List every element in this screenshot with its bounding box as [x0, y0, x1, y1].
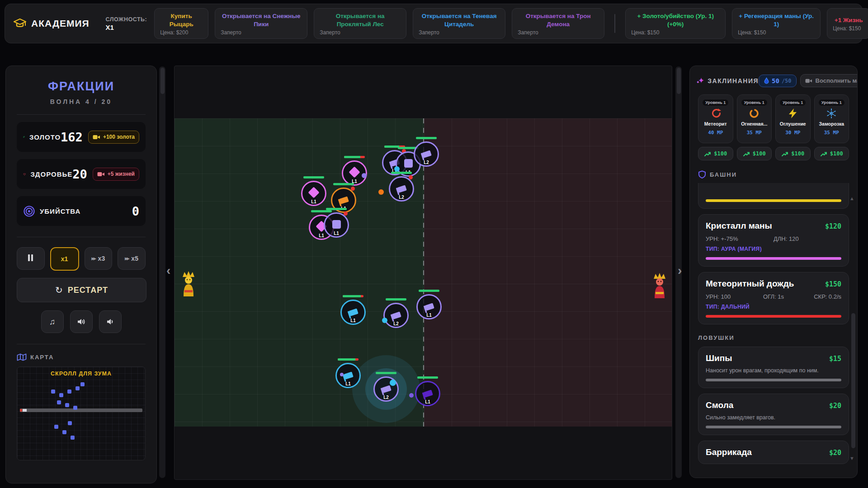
tower-stats: УРН: 100ОГЛ: 1sСКР: 0.2/s — [706, 293, 841, 300]
unit-knight[interactable]: L2 — [414, 141, 439, 167]
academy-cap-icon — [13, 18, 27, 29]
unit-knight[interactable]: L1 — [340, 300, 366, 325]
spell-stun[interactable]: Уровень 1 Оглушение 30 MP — [775, 94, 811, 143]
health-bar — [391, 172, 412, 174]
ad-gold-bonus-button[interactable]: +100 золота — [88, 131, 139, 144]
enemy-zone — [424, 118, 672, 427]
minimap-marker — [23, 409, 27, 412]
pause-button[interactable] — [17, 247, 45, 270]
heart-icon — [23, 169, 26, 180]
speed-x5-button[interactable]: ▸▸ x5 — [118, 247, 146, 270]
unit-soldier[interactable]: L1 — [324, 212, 349, 238]
spell-meteor[interactable]: Уровень 1 Метеорит 40 MP — [698, 94, 733, 143]
kills-value: 0 — [132, 204, 139, 218]
unit-mage[interactable]: L1 — [301, 181, 326, 206]
upgrade-fire-button[interactable]: $100 — [737, 147, 772, 160]
unit-knight[interactable]: L1 — [415, 381, 440, 406]
sound-low-button[interactable] — [99, 310, 122, 333]
status-dot — [394, 166, 400, 172]
upgrade-freeze-button[interactable]: $100 — [814, 147, 849, 160]
spell-upgrade-buttons: $100 $100 $100 — [698, 147, 849, 160]
upgrade-meteor-button[interactable]: $100 — [698, 147, 733, 160]
flag-unit-icon — [422, 300, 436, 314]
enemy-king — [650, 272, 669, 300]
ad-lives-bonus-button[interactable]: +5 жизней — [93, 168, 139, 181]
health-bar — [326, 208, 347, 210]
map-title: КАРТА — [30, 354, 54, 361]
map-header: КАРТА — [17, 353, 146, 361]
tower-card-partial[interactable] — [698, 183, 849, 209]
upgrade-chart-icon — [820, 151, 827, 157]
scroll-down-icon[interactable]: ▼ — [849, 455, 854, 461]
spell-fire[interactable]: Уровень 1 Огненная... 35 MP — [737, 94, 772, 143]
flag-unit-icon — [337, 193, 350, 207]
kills-label: УБИЙСТВА — [40, 207, 80, 215]
buy-knight-button[interactable]: Купить Рыцарь Цена: $200 — [154, 8, 208, 39]
speed-x3-button[interactable]: ▸▸ x3 — [85, 247, 113, 270]
unit-knight[interactable]: L1 — [335, 363, 361, 388]
game-field[interactable]: L1 L1 L1 L1 L1 — [174, 66, 672, 480]
health-bar — [343, 295, 363, 297]
gold-label: ЗОЛОТО — [29, 133, 61, 141]
projectile-cyan — [390, 380, 396, 386]
unit-knight[interactable]: L2 — [389, 176, 414, 202]
map-icon — [17, 353, 27, 361]
unit-knight[interactable]: L2 — [383, 303, 409, 328]
audio-controls: ♫ — [17, 310, 146, 333]
upgrade-mana-regen-button[interactable]: + Регенерация маны (Ур. 1) Цена: $150 — [732, 8, 821, 39]
speed-x1-button[interactable]: x1 — [50, 247, 79, 271]
restart-button[interactable]: ↻ РЕСТАРТ — [17, 278, 146, 302]
shield-icon — [698, 170, 706, 178]
projectile-orange — [378, 189, 384, 195]
level-badge: Уровень 1 — [818, 99, 845, 106]
tower-stats: УРН: +-75%ДЛН: 120 — [706, 235, 841, 242]
tower-card-mana-crystal[interactable]: Кристалл маны $120 УРН: +-75%ДЛН: 120 ТИ… — [698, 214, 849, 267]
flag-unit-icon — [389, 309, 403, 322]
flag-unit-icon — [346, 305, 360, 319]
kills-stat: УБИЙСТВА 0 — [17, 196, 146, 226]
upgrade-stun-button[interactable]: $100 — [775, 147, 811, 160]
stun-bolt-icon — [776, 108, 810, 119]
health-bar — [386, 298, 406, 300]
left-scrollbar[interactable] — [159, 66, 165, 478]
minimap[interactable]: СКРОЛЛ ДЛЯ ЗУМА — [17, 366, 146, 460]
traps-header: ЛОВУШКИ — [698, 334, 849, 341]
collapse-left-chevron[interactable]: ‹ — [166, 264, 170, 277]
divider — [17, 114, 146, 115]
locked-unit-snow-peaks-button[interactable]: Открывается на Снежные Пики Заперто — [215, 8, 307, 39]
buy-life-button[interactable]: +1 Жизнь Цена: $150 — [827, 8, 868, 39]
unit-knight[interactable]: L1 — [416, 294, 442, 319]
health-bar — [376, 372, 396, 374]
sound-loud-button[interactable] — [70, 310, 93, 333]
player-king — [179, 270, 198, 298]
top-bar: АКАДЕМИЯ СЛОЖНОСТЬ: X1 Купить Рыцарь Цен… — [5, 4, 863, 43]
music-note-icon: ♫ — [49, 317, 56, 327]
refill-mana-button[interactable]: Восполнить ману — [800, 74, 858, 87]
spell-freeze[interactable]: Уровень 1 Заморозка 35 MP — [814, 94, 849, 143]
minimap-unit-dot — [57, 400, 61, 404]
collapse-right-chevron[interactable]: › — [678, 264, 682, 277]
minimap-unit-dot — [68, 421, 72, 425]
towers-list-scrollbar[interactable] — [851, 313, 855, 448]
trap-description: Сильно замедляет врагов. — [706, 414, 841, 421]
locked-unit-demon-throne-button[interactable]: Открывается на Трон Демона Заперто — [512, 8, 604, 39]
scroll-up-icon[interactable]: ▲ — [849, 196, 854, 201]
right-sidebar: ✦✦ ЗАКЛИНАНИЯ 50/50 Восполнить ману Уров… — [689, 66, 858, 478]
fast-forward-icon: ▸▸ — [125, 255, 128, 262]
flag-unit-icon — [421, 387, 434, 400]
flag-unit-icon — [395, 182, 408, 196]
upgrade-gold-per-kill-button[interactable]: + Золото/убийство (Ур. 1) (+0%) Цена: $1… — [625, 8, 726, 39]
locked-unit-shadow-citadel-button[interactable]: Открывается на Теневая Цитадель Заперто — [413, 8, 505, 39]
music-toggle-button[interactable]: ♫ — [41, 310, 64, 333]
locked-unit-cursed-forest-button[interactable]: Открывается на Проклятый Лес Заперто — [314, 8, 406, 39]
health-value: 20 — [72, 167, 87, 181]
fast-forward-icon: ▸▸ — [92, 255, 95, 262]
gold-value: 162 — [61, 130, 83, 144]
target-icon — [23, 205, 35, 217]
trap-card-barricade[interactable]: Баррикада $20 — [698, 441, 849, 464]
flag-unit-icon — [420, 147, 433, 161]
health-stat: ЗДОРОВЬЕ 20 +5 жизней — [17, 159, 146, 189]
trap-card-tar[interactable]: Смола $20 Сильно замедляет врагов. — [698, 394, 849, 435]
trap-card-spikes[interactable]: Шипы $15 Наносит урон врагам, проходящим… — [698, 347, 849, 388]
tower-card-meteor-rain[interactable]: Метеоритный дождь $150 УРН: 100ОГЛ: 1sСК… — [698, 272, 849, 324]
